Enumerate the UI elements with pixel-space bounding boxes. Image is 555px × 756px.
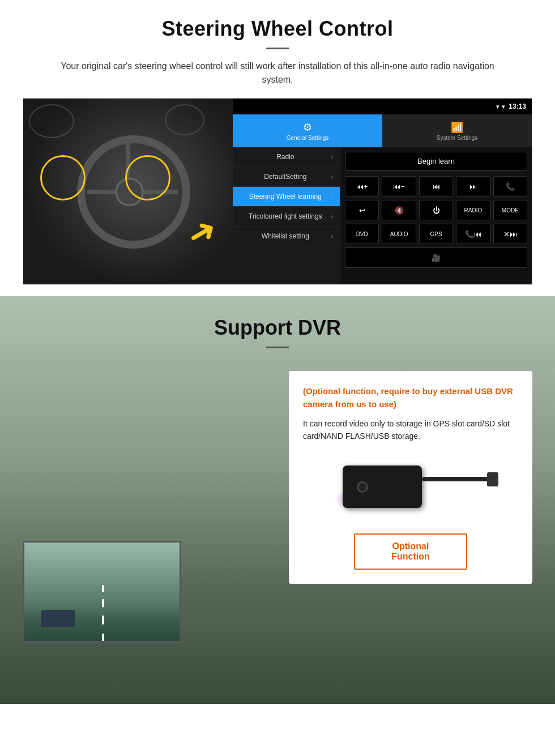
control-row-2: ↩ 🔇 ⏻ RADIO MODE — [345, 200, 527, 220]
chevron-icon: › — [331, 154, 333, 160]
phone-prev-button[interactable]: 📞⏮ — [456, 224, 490, 244]
steering-photo: ➜ — [23, 99, 233, 285]
phone-icon: 📞 — [506, 182, 515, 191]
road-center-line — [102, 585, 104, 643]
dvr-info-box: (Optional function, require to buy exter… — [289, 371, 532, 584]
gps-label: GPS — [430, 231, 442, 237]
mute-next-button[interactable]: ✕⏭ — [493, 224, 527, 244]
dvr-divider — [266, 347, 289, 348]
mode-label: MODE — [502, 207, 519, 213]
dvr-thumb-inner — [24, 543, 180, 641]
status-time: 13:13 — [509, 102, 526, 110]
phone-button[interactable]: 📞 — [493, 176, 527, 197]
camera-lens — [357, 481, 368, 493]
back-icon: ↩ — [359, 206, 365, 215]
status-bar: ▾ ▾ 13:13 — [233, 99, 532, 114]
chevron-icon: › — [331, 233, 333, 240]
dvr-optional-text: (Optional function, require to buy exter… — [303, 385, 518, 411]
system-icon: 📶 — [451, 121, 463, 134]
tab-system-label: System Settings — [437, 135, 477, 141]
menu-whitelist-label: Whitelist setting — [240, 232, 331, 240]
yellow-arrow: ➜ — [180, 207, 224, 256]
steering-composite: ➜ ▾ ▾ 13:13 ⚙ General Settings 📶 — [23, 98, 532, 285]
optional-function-button[interactable]: Optional Function — [354, 533, 467, 570]
settings-menu: Radio › DefaultSetting › Steering Wheel … — [233, 147, 340, 284]
gauge-left — [29, 104, 74, 138]
menu-radio-label: Radio — [240, 153, 331, 161]
prev-icon: ⏮ — [433, 182, 440, 191]
next-icon: ⏭ — [469, 182, 477, 191]
menu-steering-label: Steering Wheel learning — [240, 193, 331, 200]
dvr-button[interactable]: 🎥 — [345, 247, 527, 268]
signal-icon: ▾ — [496, 103, 500, 110]
dvr-right: (Optional function, require to buy exter… — [289, 371, 532, 688]
usb-connector — [487, 472, 498, 486]
radio-button[interactable]: RADIO — [456, 200, 490, 220]
steering-section: Steering Wheel Control Your original car… — [0, 0, 555, 296]
tab-general-label: General Settings — [287, 135, 329, 141]
begin-learn-button[interactable]: Begin learn — [345, 152, 527, 170]
vol-down-button[interactable]: ⏮− — [382, 176, 416, 197]
highlight-circle-left — [40, 155, 86, 200]
gps-button[interactable]: GPS — [419, 224, 453, 244]
chevron-icon: › — [331, 194, 333, 200]
tab-general-settings[interactable]: ⚙ General Settings — [233, 114, 382, 147]
menu-item-steering[interactable]: Steering Wheel learning › — [233, 187, 340, 207]
steering-title: Steering Wheel Control — [23, 17, 532, 41]
mode-button[interactable]: MODE — [493, 200, 527, 220]
audio-button[interactable]: AUDIO — [382, 224, 416, 244]
dvd-label: DVD — [356, 231, 368, 237]
chevron-icon: › — [331, 213, 333, 220]
radio-label: RADIO — [464, 207, 483, 213]
camera-cable — [422, 477, 490, 481]
car-silhouette — [41, 610, 75, 627]
vol-up-button[interactable]: ⏮+ — [345, 176, 379, 197]
dvd-button[interactable]: DVD — [345, 224, 379, 244]
dvr-desc-text: It can record video only to storage in G… — [303, 417, 518, 443]
mute-button[interactable]: 🔇 — [382, 200, 416, 220]
mute-next-icon: ✕⏭ — [503, 230, 517, 238]
begin-learn-row: Begin learn — [345, 152, 527, 170]
dvr-icon: 🎥 — [432, 254, 441, 262]
audio-label: AUDIO — [390, 231, 408, 237]
dvr-header: Support DVR — [0, 296, 555, 360]
mute-icon: 🔇 — [395, 206, 404, 215]
gauge-right — [165, 104, 204, 135]
control-row-3: DVD AUDIO GPS 📞⏮ ✕⏭ — [345, 224, 527, 244]
menu-item-whitelist[interactable]: Whitelist setting › — [233, 227, 340, 246]
dvr-left — [23, 371, 272, 688]
dvr-title: Support DVR — [23, 316, 532, 340]
power-button[interactable]: ⏻ — [419, 200, 453, 220]
power-icon: ⏻ — [433, 206, 440, 215]
menu-item-radio[interactable]: Radio › — [233, 147, 340, 167]
menu-default-label: DefaultSetting — [240, 173, 331, 181]
chevron-icon: › — [331, 174, 333, 180]
control-row-1: ⏮+ ⏮− ⏮ ⏭ 📞 — [345, 176, 527, 197]
dvr-camera-image — [303, 443, 518, 533]
android-panel: ▾ ▾ 13:13 ⚙ General Settings 📶 System Se… — [233, 99, 532, 284]
gear-icon: ⚙ — [303, 121, 312, 134]
vol-up-icon: ⏮+ — [356, 182, 368, 191]
dvr-thumbnail — [23, 541, 181, 643]
menu-item-default[interactable]: DefaultSetting › — [233, 167, 340, 187]
tab-system-settings[interactable]: 📶 System Settings — [382, 114, 532, 147]
back-button[interactable]: ↩ — [345, 200, 379, 220]
next-track-button[interactable]: ⏭ — [456, 176, 490, 197]
wifi-icon: ▾ — [502, 103, 505, 110]
steering-control-panel: Begin learn ⏮+ ⏮− ⏮ ⏭ 📞 ↩ 🔇 ⏻ — [340, 147, 532, 284]
vol-down-icon: ⏮− — [393, 182, 405, 191]
android-content: Radio › DefaultSetting › Steering Wheel … — [233, 147, 532, 284]
control-row-4: 🎥 — [345, 247, 527, 268]
status-icons: ▾ ▾ — [496, 103, 505, 110]
android-tabs: ⚙ General Settings 📶 System Settings — [233, 114, 532, 147]
camera-device — [331, 454, 490, 522]
wheel-background: ➜ — [23, 99, 233, 285]
dvr-section: Support DVR (Optional function, require … — [0, 296, 555, 704]
phone-prev-icon: 📞⏮ — [465, 230, 481, 238]
steering-subtitle: Your original car's steering wheel contr… — [45, 59, 510, 87]
prev-track-button[interactable]: ⏮ — [419, 176, 453, 197]
camera-body — [343, 465, 422, 508]
highlight-circle-right — [125, 155, 170, 200]
dvr-body: (Optional function, require to buy exter… — [0, 360, 555, 699]
menu-item-tricolour[interactable]: Tricoloured light settings › — [233, 207, 340, 227]
